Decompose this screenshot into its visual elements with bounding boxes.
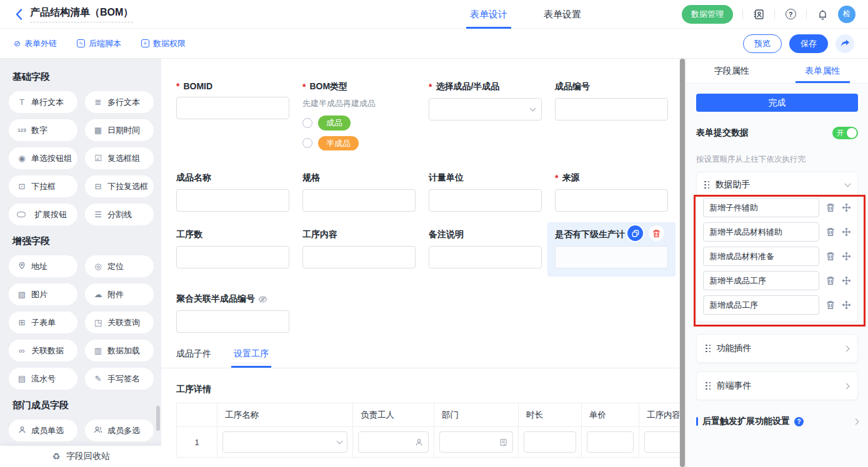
sidebar-field-member-multi[interactable]: 成员多选: [85, 420, 154, 441]
sidebar-field-checkbox-group[interactable]: ☑复选框组: [85, 147, 154, 169]
remark-input[interactable]: [429, 246, 542, 268]
field-product-name[interactable]: 成品名称: [176, 172, 289, 212]
helper-item-input[interactable]: 新增成品工序: [703, 295, 819, 315]
delete-helper-button[interactable]: [826, 276, 835, 285]
field-bomid[interactable]: BOMID: [176, 81, 289, 156]
helper-item-input[interactable]: 新增成品材料准备: [703, 247, 819, 266]
data-manage-button[interactable]: 数据管理: [682, 5, 733, 24]
sidebar-field-address[interactable]: 地址: [9, 255, 77, 277]
help-icon[interactable]: ?: [784, 8, 797, 21]
has-sub-plan-input[interactable]: [555, 246, 668, 268]
tab-product-children[interactable]: 成品子件: [176, 348, 211, 368]
save-button[interactable]: 保存: [789, 34, 828, 53]
drag-handle-icon[interactable]: [704, 181, 710, 189]
sidebar-field-subform[interactable]: ⊞子表单: [9, 312, 77, 333]
delete-helper-button[interactable]: [826, 300, 835, 310]
process-count-input[interactable]: [176, 246, 289, 268]
delete-helper-button[interactable]: [826, 252, 835, 261]
submit-data-toggle[interactable]: 开: [832, 127, 858, 139]
helper-item-input[interactable]: 新增子件辅助: [703, 198, 819, 217]
field-has-sub-plan-selected[interactable]: 是否有下级生产计: [555, 229, 668, 277]
department-input[interactable]: [439, 431, 513, 453]
sidebar-field-textarea[interactable]: ≣多行文本: [85, 91, 154, 113]
field-remark[interactable]: 备注说明: [429, 229, 542, 277]
unit-price-input[interactable]: [587, 431, 634, 453]
agg-code-input[interactable]: [176, 310, 289, 333]
sidebar-field-select[interactable]: ⊡下拉框: [9, 175, 77, 197]
sidebar-field-lookup[interactable]: ◳关联查询: [85, 312, 154, 333]
data-permission-link[interactable]: ≡ 数据权限: [141, 38, 186, 49]
field-process-count[interactable]: 工序数: [176, 229, 289, 277]
move-helper-button[interactable]: [842, 203, 851, 212]
unit-input[interactable]: [429, 189, 542, 212]
field-source[interactable]: 来源: [555, 172, 668, 212]
contacts-icon[interactable]: [752, 8, 765, 21]
tab-form-settings[interactable]: 表单设置: [544, 0, 581, 29]
notification-bell-icon[interactable]: [816, 8, 829, 21]
sidebar-field-datetime[interactable]: ▦日期时间: [85, 119, 154, 141]
field-process-content[interactable]: 工序内容: [302, 229, 416, 277]
form-external-link[interactable]: ⊘ 表单外链: [14, 38, 57, 49]
product-name-input[interactable]: [176, 189, 289, 212]
field-spec[interactable]: 规格: [302, 172, 416, 212]
radio-finished[interactable]: [302, 118, 312, 128]
delete-field-button[interactable]: [649, 225, 664, 241]
badge-finished[interactable]: 成品: [318, 116, 351, 130]
sidebar-field-number[interactable]: 123数字: [9, 119, 77, 141]
help-badge-icon[interactable]: ?: [794, 417, 804, 426]
helper-item-input[interactable]: 新增半成品材料辅助: [703, 222, 819, 242]
tab-field-properties[interactable]: 字段属性: [686, 59, 777, 83]
field-recycle-bin[interactable]: ♻ 字段回收站: [0, 446, 161, 467]
delete-helper-button[interactable]: [826, 227, 835, 237]
worker-input[interactable]: [358, 431, 429, 453]
process-name-select[interactable]: [222, 431, 347, 453]
backend-script-link[interactable]: ∿ 后端脚本: [77, 38, 121, 49]
drag-handle-icon[interactable]: [706, 345, 711, 353]
tab-form-properties[interactable]: 表单属性: [777, 59, 868, 83]
copy-field-button[interactable]: [627, 225, 643, 241]
sidebar-field-extend-button[interactable]: 扩展按钮: [9, 204, 77, 225]
chevron-down-icon[interactable]: [845, 180, 851, 187]
sidebar-field-text[interactable]: T单行文本: [9, 91, 77, 113]
field-select-product[interactable]: 选择成品/半成品: [429, 81, 542, 156]
canvas-scrollbar[interactable]: [680, 59, 685, 467]
drag-handle-icon[interactable]: [706, 382, 711, 390]
field-product-code[interactable]: 成品编号: [555, 81, 668, 156]
spec-input[interactable]: [302, 189, 416, 212]
select-product-dropdown[interactable]: [429, 98, 542, 120]
delete-helper-button[interactable]: [826, 203, 835, 212]
duration-input[interactable]: [524, 431, 576, 453]
sidebar-field-linked-data[interactable]: ∞关联数据: [9, 340, 77, 361]
page-title[interactable]: 产品结构清单（BOM）: [30, 6, 133, 22]
radio-semi-finished[interactable]: [302, 138, 312, 148]
move-helper-button[interactable]: [842, 227, 851, 237]
field-bom-type[interactable]: BOM类型 先建半成品再建成品 成品 半成品: [302, 81, 416, 156]
move-helper-button[interactable]: [842, 276, 851, 285]
data-helper-header[interactable]: 数据助手: [697, 172, 857, 197]
tab-form-design[interactable]: 表单设计: [470, 0, 507, 29]
sidebar-field-divider[interactable]: ☰分割线: [85, 204, 154, 225]
back-button[interactable]: [12, 8, 25, 21]
field-agg-code[interactable]: 聚合关联半成品编号: [176, 293, 320, 333]
sidebar-field-attachment[interactable]: ☁附件: [85, 283, 154, 305]
helper-item-input[interactable]: 新增半成品工序: [703, 271, 819, 290]
user-avatar[interactable]: 检: [838, 6, 856, 23]
field-unit[interactable]: 计量单位: [429, 172, 542, 212]
sidebar-field-data-load[interactable]: ▥数据加载: [85, 340, 154, 361]
sidebar-field-signature[interactable]: ✎手写签名: [85, 368, 154, 390]
sidebar-field-multiselect[interactable]: ⊟下拉复选框: [85, 175, 154, 197]
share-button[interactable]: [836, 34, 854, 53]
source-input[interactable]: [555, 189, 668, 212]
bomid-input[interactable]: [176, 97, 289, 119]
product-code-input[interactable]: [555, 98, 668, 120]
sidebar-field-location[interactable]: ◎定位: [85, 255, 154, 277]
front-events-section[interactable]: 前端事件: [696, 371, 858, 400]
sidebar-field-image[interactable]: ▧图片: [9, 283, 77, 305]
process-content-input[interactable]: [302, 246, 416, 268]
sidebar-field-radio-group[interactable]: ◉单选按钮组: [9, 147, 77, 169]
plugins-section[interactable]: 功能插件: [696, 334, 858, 363]
preview-button[interactable]: 预览: [743, 34, 782, 53]
sidebar-field-serial-number[interactable]: ▤流水号: [9, 368, 77, 390]
move-helper-button[interactable]: [842, 300, 851, 310]
sidebar-field-member-single[interactable]: 成员单选: [9, 420, 77, 441]
